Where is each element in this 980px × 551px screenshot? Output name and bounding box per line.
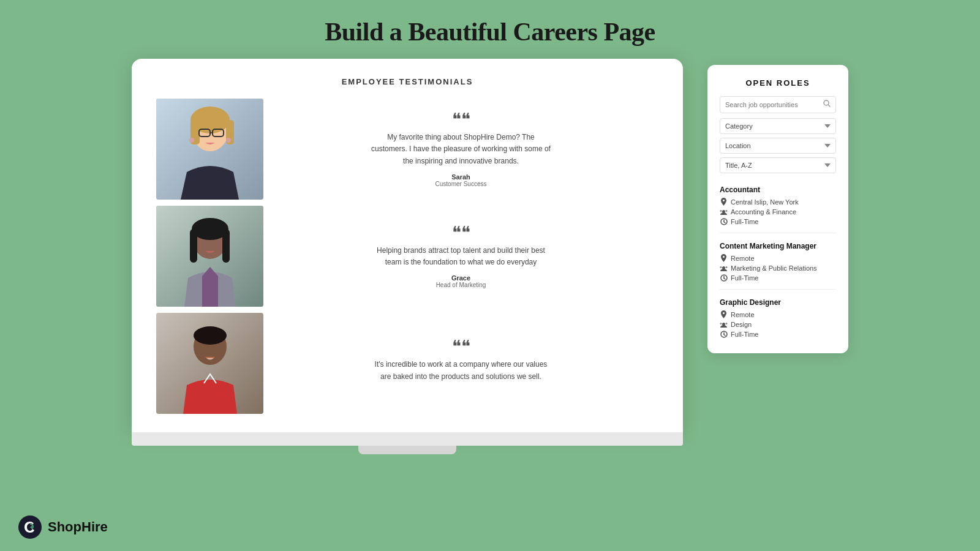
job-listing-2: Content Marketing Manager Remote	[720, 242, 836, 282]
laptop-stand	[358, 446, 456, 454]
svg-rect-16	[222, 229, 230, 263]
search-icon	[823, 100, 831, 110]
testimonial-content-3: ❝❝ It's incredible to work at a company …	[263, 326, 658, 400]
sort-filter[interactable]: Title, A-Z Title, Z-A	[720, 157, 836, 173]
location-text-1: Central Islip, New York	[731, 198, 799, 206]
svg-point-32	[720, 323, 722, 324]
job-listing-1: Accountant Central Islip, New York	[720, 186, 836, 225]
job-type-1: Full-Time	[720, 217, 836, 225]
svg-point-20	[824, 100, 829, 105]
page-title: Build a Beautiful Careers Page	[0, 0, 980, 59]
testimonials-list: ❝❝ My favorite thing about ShopHire Demo…	[156, 99, 658, 420]
svg-point-9	[189, 138, 194, 143]
person-name-1: Sarah	[282, 173, 640, 181]
panel-title: OPEN ROLES	[720, 78, 836, 88]
svg-point-27	[720, 266, 722, 268]
testimonial-row-2: ❝❝ Helping brands attract top talent and…	[156, 206, 658, 307]
location-text-3: Remote	[731, 311, 755, 318]
location-icon-1	[720, 198, 728, 206]
quote-text-1: My favorite thing about ShopHire Demo? T…	[369, 132, 553, 167]
svg-point-10	[226, 138, 231, 143]
type-text-3: Full-Time	[731, 331, 758, 338]
search-box[interactable]	[720, 96, 836, 113]
dept-icon-1	[720, 208, 728, 216]
testimonial-row-3: ❝❝ It's incredible to work at a company …	[156, 313, 658, 414]
logo-area: ShopHire	[18, 515, 108, 539]
job-listing-3: Graphic Designer Remote	[720, 298, 836, 338]
svg-point-28	[726, 266, 728, 268]
job-location-3: Remote	[720, 310, 836, 318]
dept-icon-2	[720, 264, 728, 272]
dept-text-3: Design	[731, 321, 752, 328]
dept-icon-3	[720, 320, 728, 328]
svg-line-21	[829, 105, 831, 107]
job-location-2: Remote	[720, 254, 836, 262]
job-title-1[interactable]: Accountant	[720, 186, 836, 194]
location-icon-2	[720, 254, 728, 262]
job-type-3: Full-Time	[720, 330, 836, 338]
time-icon-2	[720, 274, 728, 282]
open-roles-panel: OPEN ROLES Category Accounting & Finance…	[707, 65, 848, 353]
job-dept-3: Design	[720, 320, 836, 328]
type-text-1: Full-Time	[731, 218, 758, 225]
job-title-2[interactable]: Content Marketing Manager	[720, 242, 836, 250]
svg-point-23	[726, 210, 728, 212]
logo-text: ShopHire	[48, 519, 108, 535]
dept-text-1: Accounting & Finance	[731, 208, 796, 216]
quote-mark-2: ❝❝	[282, 224, 640, 241]
person-role-2: Head of Marketing	[282, 282, 640, 288]
laptop-mockup: EMPLOYEE TESTIMONIALS	[132, 59, 683, 454]
job-type-2: Full-Time	[720, 274, 836, 282]
location-filter[interactable]: Location Remote Central Islip, New York	[720, 138, 836, 154]
quote-text-3: It's incredible to work at a company whe…	[369, 359, 553, 382]
svg-line-36	[724, 334, 725, 335]
testimonial-photo-1	[156, 99, 263, 200]
svg-point-19	[194, 326, 227, 345]
testimonial-content-1: ❝❝ My favorite thing about ShopHire Demo…	[263, 99, 658, 200]
testimonial-row-1: ❝❝ My favorite thing about ShopHire Demo…	[156, 99, 658, 200]
testimonials-section-title: EMPLOYEE TESTIMONIALS	[156, 77, 658, 86]
time-icon-3	[720, 330, 728, 338]
testimonial-photo-2	[156, 206, 263, 307]
location-text-2: Remote	[731, 255, 755, 262]
svg-line-26	[724, 222, 725, 223]
testimonial-photo-3	[156, 313, 263, 414]
svg-point-22	[720, 210, 722, 212]
location-icon-3	[720, 310, 728, 318]
type-text-2: Full-Time	[731, 274, 758, 282]
job-location-1: Central Islip, New York	[720, 198, 836, 206]
quote-text-2: Helping brands attract top talent and bu…	[369, 245, 553, 268]
svg-point-33	[726, 323, 728, 324]
divider-2	[720, 289, 836, 290]
job-title-3[interactable]: Graphic Designer	[720, 298, 836, 307]
job-dept-2: Marketing & Public Relations	[720, 264, 836, 272]
divider-1	[720, 233, 836, 233]
category-filter[interactable]: Category Accounting & Finance Marketing …	[720, 118, 836, 134]
person-role-1: Customer Success	[282, 181, 640, 187]
laptop-screen: EMPLOYEE TESTIMONIALS	[132, 59, 683, 432]
search-input[interactable]	[725, 101, 823, 108]
laptop-base	[132, 432, 683, 446]
svg-line-31	[724, 278, 725, 279]
testimonial-content-2: ❝❝ Helping brands attract top talent and…	[263, 212, 658, 301]
quote-mark-1: ❝❝	[282, 111, 640, 128]
svg-rect-15	[190, 229, 197, 263]
shophire-logo-icon	[18, 515, 42, 539]
dept-text-2: Marketing & Public Relations	[731, 264, 817, 272]
person-name-2: Grace	[282, 274, 640, 282]
time-icon-1	[720, 217, 728, 225]
job-dept-1: Accounting & Finance	[720, 208, 836, 216]
quote-mark-3: ❝❝	[282, 338, 640, 355]
